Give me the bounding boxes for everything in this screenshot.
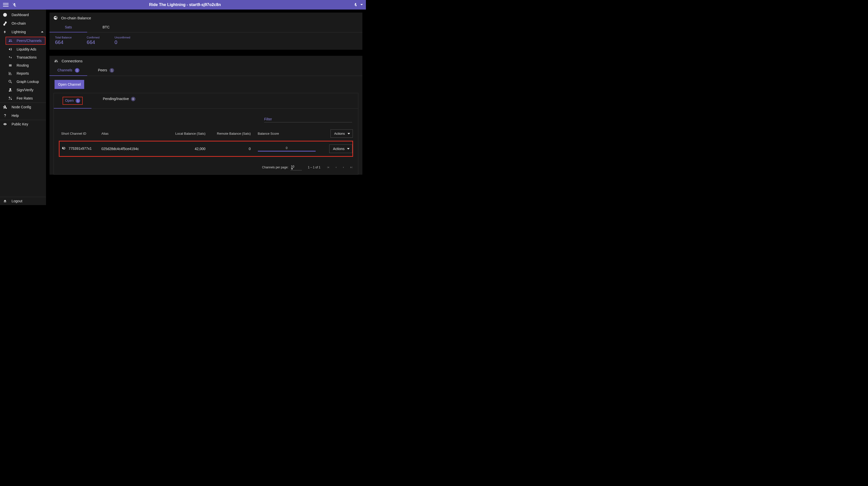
page-size-select[interactable]: 10 (290, 164, 302, 171)
sidebar-item-help[interactable]: Help (0, 111, 46, 120)
balance-unconfirmed: Unconfirmed 0 (115, 36, 130, 45)
eject-icon (2, 199, 8, 203)
search-icon (7, 80, 13, 84)
help-icon (2, 113, 8, 118)
open-channel-button[interactable]: Open Channel (55, 80, 84, 89)
eye-icon (2, 122, 8, 126)
chevron-down-icon (291, 169, 298, 170)
sidebar-item-reports[interactable]: Reports (0, 69, 46, 78)
peers-count-badge: 1 (110, 68, 114, 72)
sidebar-item-transactions[interactable]: Transactions (0, 53, 46, 61)
topbar: Ride The Lightning - start9-sj97o2c8n (0, 0, 366, 9)
lightning-icon (353, 2, 359, 7)
last-page-button[interactable] (349, 165, 353, 169)
sidebar-item-routing[interactable]: Routing (0, 61, 46, 69)
sidebar-item-peers-channels[interactable]: Peers/Channels (5, 37, 45, 45)
table-row[interactable]: 775391x977x1 025d28dc4c4f5ce4194c 42,000… (59, 141, 353, 157)
sidebar-item-lightning[interactable]: Lightning (0, 28, 46, 36)
pie-icon (54, 16, 58, 20)
onchain-balance-panel: On-chain Balance Sats BTC Total Balance … (50, 12, 362, 50)
filter-input[interactable] (264, 116, 352, 122)
inner-tab-open[interactable]: Open 1 (54, 93, 91, 108)
connections-panel: Connections Channels 1 Peers 1 Open Chan… (50, 56, 362, 175)
chevron-down-icon (347, 133, 350, 134)
signature-icon (7, 88, 13, 92)
row-actions-dropdown[interactable]: Actions (329, 145, 352, 153)
panel-title: Connections (62, 59, 83, 63)
panel-title: On-chain Balance (61, 16, 91, 20)
tab-btc[interactable]: BTC (87, 22, 125, 32)
chevron-down-icon (360, 3, 363, 6)
col-local[interactable]: Local Balance (Sats) (160, 126, 208, 141)
pending-count-badge: 0 (131, 97, 135, 101)
chain-icon (2, 21, 8, 26)
percent-icon (7, 96, 13, 100)
sidebar-item-liquidity-ads[interactable]: Liquidity Ads (0, 45, 46, 53)
eye-off-icon (62, 147, 66, 151)
sidebar-item-logout[interactable]: Logout (0, 197, 46, 205)
swap-icon (7, 55, 13, 59)
page-range: 1 – 1 of 1 (308, 165, 320, 169)
sidebar-item-fee-rates[interactable]: Fee Rates (0, 94, 46, 102)
sidebar-item-graph-lookup[interactable]: Graph Lookup (0, 78, 46, 86)
balance-confirmed: Confirmed 664 (87, 36, 99, 45)
sidebar-item-dashboard[interactable]: Dashboard (0, 10, 46, 19)
cell-alias: 025d28dc4c4f5ce4194c (99, 141, 160, 157)
bolt-icon (2, 30, 8, 34)
cell-remote: 0 (208, 141, 253, 157)
tab-peers[interactable]: Peers 1 (87, 65, 125, 75)
channels-table: Short Channel ID Alias Local Balance (Sa… (59, 126, 353, 157)
channels-count-badge: 1 (75, 68, 80, 72)
cell-short-id: 775391x977x1 (69, 147, 92, 151)
per-page-label: Channels per page: (262, 165, 288, 169)
cell-local: 42,000 (160, 141, 208, 157)
first-page-button[interactable] (327, 165, 330, 169)
peers-icon (54, 59, 59, 63)
chevron-down-icon (347, 148, 349, 150)
next-page-button[interactable] (342, 165, 345, 169)
app-title: Ride The Lightning - start9-sj97o2c8n (17, 2, 353, 7)
sidebar-item-onchain[interactable]: On-chain (0, 19, 46, 28)
tab-sats[interactable]: Sats (50, 22, 87, 32)
open-count-badge: 1 (75, 98, 80, 103)
pin-off-icon[interactable] (12, 2, 17, 7)
balance-total: Total Balance 664 (55, 36, 72, 45)
sidebar-item-node-config[interactable]: Node Config (0, 103, 46, 111)
menu-toggle-button[interactable] (3, 3, 8, 6)
gauge-icon (2, 12, 8, 17)
main-content: On-chain Balance Sats BTC Total Balance … (46, 9, 366, 205)
megaphone-icon (7, 47, 13, 51)
chart-icon (7, 71, 13, 75)
peers-icon (7, 39, 13, 43)
sidebar-item-public-key[interactable]: Public Key (0, 120, 46, 128)
sidebar: Dashboard On-chain Lightning Peers/Chann… (0, 9, 46, 205)
inner-tab-pending[interactable]: Pending/Inactive 0 (91, 93, 147, 108)
col-short-id[interactable]: Short Channel ID (59, 126, 99, 141)
col-remote[interactable]: Remote Balance (Sats) (208, 126, 253, 141)
prev-page-button[interactable] (335, 165, 338, 169)
channels-inner-panel: Open 1 Pending/Inactive 0 (54, 93, 359, 175)
node-switcher[interactable] (353, 2, 363, 7)
tools-icon (2, 105, 8, 109)
paginator: Channels per page: 10 1 – 1 of 1 (54, 162, 358, 174)
sidebar-item-sign-verify[interactable]: Sign/Verify (0, 86, 46, 94)
chevron-up-icon (41, 31, 43, 33)
col-actions: Actions (318, 126, 353, 141)
actions-header-dropdown[interactable]: Actions (331, 129, 353, 138)
col-score[interactable]: Balance Score (253, 126, 318, 141)
col-alias[interactable]: Alias (99, 126, 160, 141)
tab-channels[interactable]: Channels 1 (50, 65, 87, 75)
balance-score-bar: 0 (258, 146, 316, 152)
routing-icon (7, 64, 13, 67)
